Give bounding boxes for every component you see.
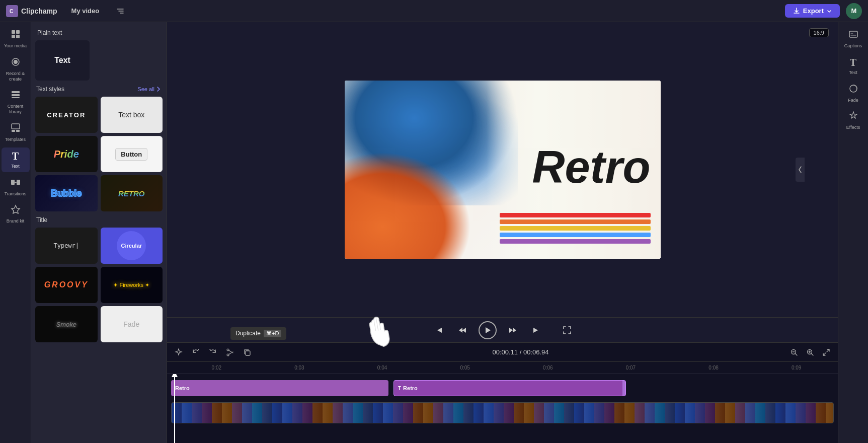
right-sidebar-effects[interactable]: Effects bbox=[839, 108, 867, 133]
expand-timeline-button[interactable] bbox=[820, 346, 833, 359]
title-fade[interactable]: Fade bbox=[101, 306, 163, 342]
sidebar-item-brand-kit[interactable]: Brand kit bbox=[2, 201, 30, 227]
duplicate-button[interactable]: Duplicate ⌘+D bbox=[241, 346, 254, 359]
style-textbox[interactable]: Text box bbox=[101, 97, 163, 133]
sidebar-item-your-media[interactable]: Your media bbox=[2, 26, 30, 52]
right-sidebar-text[interactable]: T Text bbox=[839, 54, 867, 79]
right-sidebar-captions[interactable]: Captions bbox=[839, 26, 867, 52]
effects-icon bbox=[848, 111, 858, 123]
svg-point-7 bbox=[14, 60, 18, 64]
magic-tool-button[interactable] bbox=[172, 346, 185, 359]
video-clip[interactable] bbox=[171, 402, 834, 423]
export-button[interactable]: Export bbox=[785, 4, 840, 18]
play-button[interactable] bbox=[479, 321, 497, 339]
svg-marker-16 bbox=[12, 205, 20, 213]
zoom-in-button[interactable] bbox=[804, 346, 817, 359]
see-all-button[interactable]: See all bbox=[137, 86, 162, 92]
text-label: Text bbox=[11, 164, 20, 169]
timeline-cursor[interactable] bbox=[174, 374, 175, 443]
fast-forward-button[interactable] bbox=[505, 322, 521, 338]
app-logo[interactable]: C Clipchamp bbox=[6, 5, 57, 17]
title-groovy[interactable]: GROOVY bbox=[35, 267, 98, 303]
textbox-label: Text box bbox=[118, 111, 144, 119]
hide-right-panel-btn[interactable] bbox=[796, 158, 805, 182]
style-bubble[interactable]: Bubble bbox=[35, 175, 98, 211]
circular-label: Circular bbox=[117, 231, 146, 260]
ruler-mark-3: 0:05 bbox=[424, 365, 507, 371]
stripe-yellow bbox=[500, 226, 651, 231]
title-typewriter[interactable]: Typewr| bbox=[35, 228, 98, 264]
svg-rect-4 bbox=[12, 35, 15, 38]
ruler-mark-7: 0:09 bbox=[755, 365, 838, 371]
right-text-label: Text bbox=[849, 70, 857, 76]
text-styles-title: Text styles bbox=[36, 86, 64, 93]
button-label: Button bbox=[115, 148, 147, 161]
timeline-zoom-controls bbox=[787, 346, 833, 359]
style-pride[interactable]: Pride bbox=[35, 136, 98, 172]
video-title-btn[interactable]: My video bbox=[63, 4, 108, 18]
styles-grid: CREATOR Text box Pride Button Bubble RET… bbox=[35, 97, 163, 211]
text-clip-2-icon: T bbox=[398, 386, 401, 391]
svg-rect-14 bbox=[11, 180, 15, 185]
groovy-label: GROOVY bbox=[44, 280, 89, 289]
cut-button[interactable] bbox=[223, 346, 236, 359]
user-avatar[interactable]: M bbox=[846, 3, 862, 19]
style-retro[interactable]: RETRO bbox=[101, 175, 163, 211]
ruler-mark-5: 0:07 bbox=[589, 365, 672, 371]
style-button[interactable]: Button bbox=[101, 136, 163, 172]
pride-label: Pride bbox=[54, 149, 79, 160]
svg-rect-15 bbox=[17, 180, 20, 185]
redo-button[interactable] bbox=[206, 346, 219, 359]
text-tool-icon: T bbox=[12, 151, 19, 162]
ink-orange-overlay bbox=[345, 152, 471, 259]
app-name: Clipchamp bbox=[21, 7, 57, 15]
svg-rect-23 bbox=[849, 31, 857, 37]
transitions-icon bbox=[11, 177, 21, 190]
record-icon bbox=[11, 57, 21, 69]
svg-point-19 bbox=[227, 349, 229, 351]
text-clip-1[interactable]: Retro bbox=[171, 380, 388, 396]
bubble-label: Bubble bbox=[51, 188, 82, 199]
brand-kit-icon bbox=[11, 204, 21, 217]
skip-end-button[interactable] bbox=[529, 322, 545, 338]
sidebar-item-record[interactable]: Record &create bbox=[2, 54, 30, 85]
sidebar-item-templates[interactable]: Templates bbox=[2, 120, 30, 145]
svg-rect-3 bbox=[16, 30, 20, 34]
title-circular[interactable]: Circular bbox=[101, 228, 163, 264]
retro-stripes bbox=[500, 213, 651, 244]
text-track-row: Retro T Retro bbox=[167, 377, 838, 399]
content-library-icon bbox=[11, 90, 21, 102]
your-media-icon bbox=[11, 29, 21, 42]
right-sidebar-fade[interactable]: Fade bbox=[839, 81, 867, 106]
clip-resize-handle-right[interactable] bbox=[622, 381, 625, 396]
hide-timeline-btn[interactable] bbox=[113, 4, 127, 18]
svg-rect-20 bbox=[246, 351, 250, 355]
skip-back-button[interactable] bbox=[430, 322, 446, 338]
ruler-mark-2: 0:04 bbox=[341, 365, 424, 371]
stripe-purple bbox=[500, 239, 651, 244]
undo-button[interactable] bbox=[189, 346, 202, 359]
rewind-button[interactable] bbox=[454, 322, 470, 338]
content-library-label: Content library bbox=[4, 104, 28, 115]
zoom-out-button[interactable] bbox=[787, 346, 801, 359]
typewriter-label: Typewr| bbox=[51, 240, 81, 251]
sidebar-item-transitions[interactable]: Transitions bbox=[2, 174, 30, 200]
title-grid: Typewr| Circular GROOVY ✦ Fireworks ✦ Sm… bbox=[35, 228, 163, 342]
plain-text-item[interactable]: Text bbox=[35, 40, 90, 81]
fullscreen-button[interactable] bbox=[559, 322, 575, 338]
aspect-ratio-badge: 16:9 bbox=[809, 28, 829, 37]
svg-rect-9 bbox=[12, 94, 20, 96]
stripe-blue bbox=[500, 233, 651, 237]
captions-icon bbox=[848, 29, 858, 42]
sidebar-item-text[interactable]: T Text bbox=[2, 147, 30, 172]
playback-controls bbox=[167, 317, 838, 342]
style-creator[interactable]: CREATOR bbox=[35, 97, 98, 133]
video-background: Retro bbox=[345, 81, 661, 259]
text-clip-2[interactable]: T Retro bbox=[393, 380, 626, 396]
title-fireworks[interactable]: ✦ Fireworks ✦ bbox=[101, 267, 163, 303]
right-text-icon: T bbox=[850, 57, 856, 68]
title-section-header: Title bbox=[35, 216, 163, 224]
ruler-mark-0: 0:02 bbox=[175, 365, 258, 371]
sidebar-item-content-library[interactable]: Content library bbox=[2, 87, 30, 118]
title-smoke[interactable]: Smoke bbox=[35, 306, 98, 342]
